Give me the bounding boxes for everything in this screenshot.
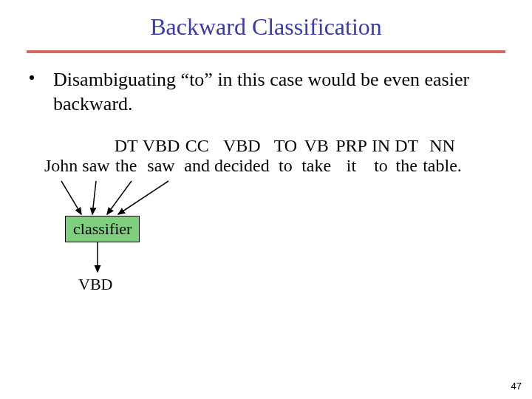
token-word: and [184, 156, 210, 176]
pos-tag: VBD [214, 136, 270, 156]
classifier-box: classifier [65, 216, 140, 242]
bullet-item: Disambiguating “to” in this case would b… [43, 68, 502, 116]
pos-tag: NN [423, 136, 462, 156]
arrows-layer [0, 0, 532, 399]
token-column: VBDdecided [214, 136, 270, 176]
svg-line-0 [61, 181, 81, 214]
token-word: the [395, 156, 418, 176]
tagged-sentence: John saw DTthe VBDsaw CCand VBDdecided T… [44, 136, 502, 176]
title-rule [27, 50, 505, 53]
token-column: TOto [274, 136, 298, 176]
page-number: 47 [511, 381, 522, 392]
pos-tag: PRP [335, 136, 367, 156]
token-word: decided [214, 156, 270, 176]
token-word: saw [82, 156, 109, 176]
token-column: John [44, 136, 78, 176]
slide: Backward Classification Disambiguating “… [0, 0, 532, 399]
classifier-output-tag: VBD [78, 275, 112, 294]
token-column: PRPit [335, 136, 367, 176]
pos-tag: VBD [143, 136, 180, 156]
svg-line-2 [107, 181, 132, 214]
svg-line-1 [92, 181, 96, 214]
token-word: saw [143, 156, 180, 176]
token-word: John [44, 156, 78, 176]
token-column: DTthe [115, 136, 138, 176]
token-column: NNtable. [423, 136, 462, 176]
pos-tag: CC [184, 136, 210, 156]
bullet-text: Disambiguating “to” in this case would b… [53, 68, 502, 116]
pos-tag [44, 136, 78, 156]
token-word: take [301, 156, 331, 176]
pos-tag: DT [395, 136, 418, 156]
bullet-dot-icon [30, 75, 34, 80]
token-word: to [372, 156, 390, 176]
slide-title: Backward Classification [0, 13, 532, 41]
token-column: saw [82, 136, 109, 176]
pos-tag: TO [274, 136, 298, 156]
token-column: VBtake [301, 136, 331, 176]
token-column: CCand [184, 136, 210, 176]
token-word: it [335, 156, 367, 176]
token-column: DTthe [395, 136, 418, 176]
token-column: INto [372, 136, 390, 176]
pos-tag: IN [372, 136, 390, 156]
pos-tag: VB [301, 136, 331, 156]
token-word: the [115, 156, 138, 176]
pos-tag [82, 136, 109, 156]
token-column: VBDsaw [143, 136, 180, 176]
token-word: to [274, 156, 298, 176]
pos-tag: DT [115, 136, 138, 156]
token-word: table. [423, 156, 462, 176]
svg-line-3 [118, 181, 168, 214]
